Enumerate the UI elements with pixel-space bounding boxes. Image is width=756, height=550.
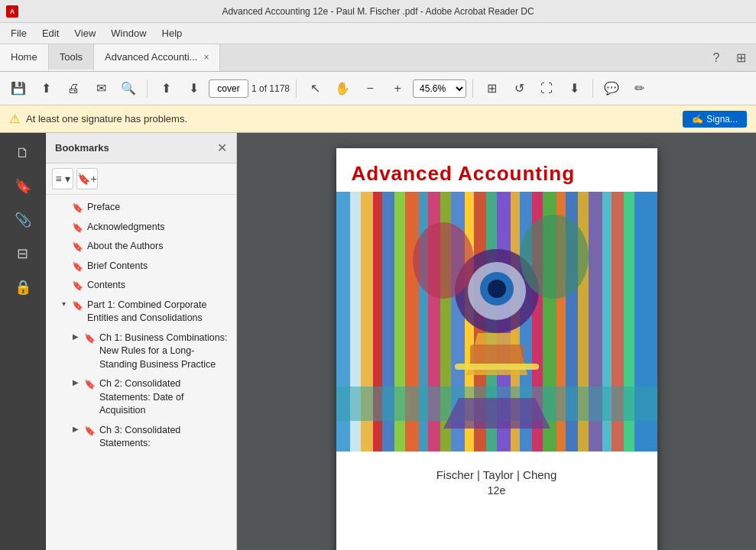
bookmark-label: Contents [87,279,230,293]
bookmark-label: About the Authors [87,240,230,254]
separator-2 [296,79,297,98]
bookmarks-close-button[interactable]: ✕ [217,141,227,155]
page-label-input[interactable] [209,79,248,98]
bookmark-label: Acknowledgments [87,221,230,235]
thumbnail-panel-icon[interactable]: 🗋 [9,139,37,167]
menu-help[interactable]: Help [154,24,190,42]
comment-button[interactable]: 💬 [599,76,624,101]
bookmarks-panel: Bookmarks ✕ ≡ ▾ 🔖+ 🔖 Preface 🔖 Acknowled… [46,133,237,550]
cover-title: Advanced Accounting [352,162,642,186]
bookmark-icon: 🔖 [84,425,95,435]
bookmark-label: Preface [87,201,230,215]
expand-all-button[interactable]: ≡ ▾ [52,168,73,189]
page-count: 1 of 1178 [251,83,290,94]
upload-button[interactable]: ⬆ [34,76,58,101]
search-button[interactable]: 🔍 [116,76,141,101]
signature-label: Signa... [706,114,738,125]
bookmark-about-authors[interactable]: 🔖 About the Authors [46,237,236,257]
expand-icon [58,240,69,251]
print-button[interactable]: 🖨 [61,76,86,101]
bookmarks-title: Bookmarks [55,142,109,154]
pdf-page: Advanced Accounting [336,148,657,550]
svg-point-34 [413,222,474,299]
bookmark-icon: 🔖 [84,332,95,343]
expand-icon[interactable]: ⊞ [732,49,750,67]
bookmark-label: Brief Contents [87,260,230,273]
bookmark-ch1[interactable]: ▶ 🔖 Ch 1: Business Combinations: New Rul… [46,328,236,375]
edit-button[interactable]: ✏ [627,76,651,101]
left-panel: 🗋 🔖 📎 ⊟ 🔒 [0,133,46,550]
cover-edition: 12e [352,484,642,497]
add-bookmark-button[interactable]: 🔖+ [76,168,98,189]
help-icon[interactable]: ? [707,49,725,67]
email-button[interactable]: ✉ [89,76,113,101]
tab-bar-actions: ? ⊞ [701,44,756,71]
expand-toggle-icon[interactable]: ▾ [58,299,69,309]
rotate-button[interactable]: ↺ [507,76,531,101]
layers-panel-icon[interactable]: ⊟ [9,240,37,267]
bookmarks-panel-icon[interactable]: 🔖 [9,173,37,200]
signatures-panel-icon[interactable]: 🔒 [9,273,37,301]
menu-edit[interactable]: Edit [34,24,67,42]
fullscreen-button[interactable]: ⛶ [534,76,559,101]
signature-button[interactable]: ✍ Signa... [683,111,747,128]
tab-tools[interactable]: Tools [49,44,94,71]
bookmark-part1[interactable]: ▾ 🔖 Part 1: Combined Corporate Entities … [46,296,236,328]
separator-1 [147,79,148,98]
svg-point-35 [520,215,589,299]
menu-file[interactable]: File [3,24,34,42]
bookmarks-list[interactable]: 🔖 Preface 🔖 Acknowledgments 🔖 About the … [46,195,236,550]
expand-toggle-icon[interactable]: ▶ [70,424,81,435]
bookmark-icon: 🔖 [72,280,83,290]
attachments-panel-icon[interactable]: 📎 [9,206,37,234]
bookmark-label: Ch 3: Consolidated Statements: [99,424,230,451]
menu-bar: File Edit View Window Help [0,23,756,44]
bookmark-icon: 🔖 [72,202,83,212]
expand-icon [58,260,69,270]
pointer-tool[interactable]: ↖ [303,76,327,101]
svg-point-31 [488,280,506,298]
zoom-select[interactable]: 45.6% 50% 75% 100% 125% 150% 200% [413,79,466,98]
expand-toggle-icon[interactable]: ▶ [70,332,81,342]
extract-button[interactable]: ⬇ [562,76,586,101]
tab-document[interactable]: Advanced Accounti... × [94,44,220,71]
title-bar: A Advanced Accounting 12e - Paul M. Fisc… [0,0,756,23]
zoom-in-button[interactable]: + [385,76,410,101]
scroll-down-button[interactable]: ⬇ [181,76,206,101]
menu-view[interactable]: View [67,24,103,42]
cover-bottom: Fischer | Taylor | Cheng 12e [336,451,657,509]
bookmark-acknowledgments[interactable]: 🔖 Acknowledgments [46,218,236,238]
separator-3 [472,79,473,98]
warning-icon: ⚠ [9,112,20,126]
cover-authors: Fischer | Taylor | Cheng [352,468,642,481]
bookmark-preface[interactable]: 🔖 Preface [46,198,236,218]
bookmark-icon: 🔖 [72,222,83,232]
pan-tool[interactable]: ✋ [330,76,355,101]
expand-icon [58,221,69,231]
bookmarks-toolbar: ≡ ▾ 🔖+ [46,163,236,195]
separator-4 [592,79,593,98]
page-input-group: 1 of 1178 [209,79,290,98]
toolbar: 💾 ⬆ 🖨 ✉ 🔍 ⬆ ⬇ 1 of 1178 ↖ ✋ − + 45.6% 50… [0,72,756,105]
signature-pen-icon: ✍ [692,114,703,125]
scroll-up-button[interactable]: ⬆ [154,76,178,101]
bookmark-brief-contents[interactable]: 🔖 Brief Contents [46,257,236,277]
bookmark-contents[interactable]: 🔖 Contents [46,276,236,296]
zoom-out-button[interactable]: − [358,76,382,101]
warning-text: At least one signature has problems. [26,113,187,125]
tab-home[interactable]: Home [0,44,49,71]
warning-right: ✍ Signa... [683,111,747,128]
bookmark-ch2[interactable]: ▶ 🔖 Ch 2: Consolidated Statements: Date … [46,374,236,421]
window-title: Advanced Accounting 12e - Paul M. Fische… [222,6,534,17]
bookmark-label: Ch 1: Business Combinations: New Rules f… [99,332,230,372]
pdf-viewer[interactable]: Advanced Accounting [237,133,756,550]
save-button[interactable]: 💾 [6,76,31,101]
main-content: 🗋 🔖 📎 ⊟ 🔒 Bookmarks ✕ ≡ ▾ 🔖+ 🔖 Preface [0,133,756,550]
bookmark-ch3[interactable]: ▶ 🔖 Ch 3: Consolidated Statements: [46,421,236,454]
expand-toggle-icon[interactable]: ▶ [70,377,81,388]
tab-close-button[interactable]: × [203,52,209,63]
menu-window[interactable]: Window [103,24,154,42]
fit-page-button[interactable]: ⊞ [479,76,504,101]
bookmark-label: Part 1: Combined Corporate Entities and … [87,299,230,325]
bookmarks-header: Bookmarks ✕ [46,133,236,163]
